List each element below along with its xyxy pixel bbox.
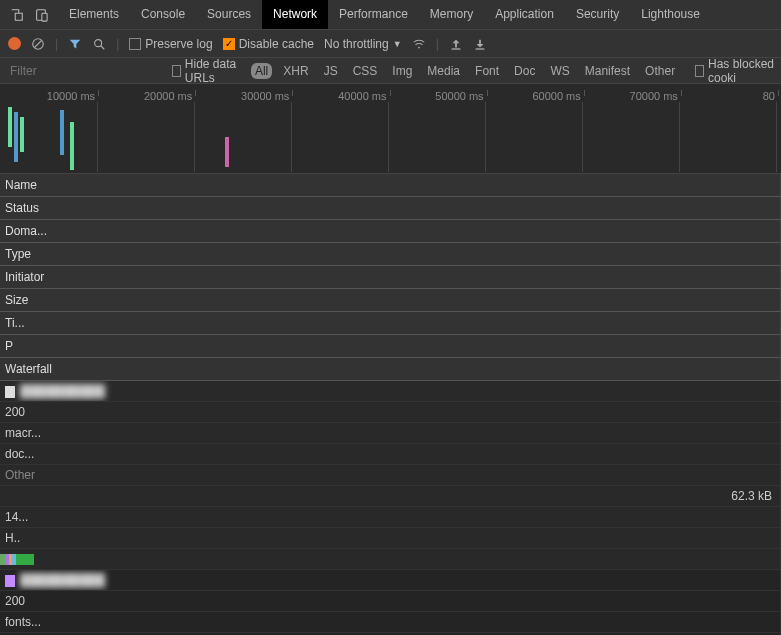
filter-type-doc[interactable]: Doc — [510, 63, 539, 79]
column-header[interactable]: Name — [0, 174, 781, 197]
cell-name: ██████████ — [0, 381, 781, 402]
throttling-label: No throttling — [324, 37, 389, 51]
disable-cache-checkbox[interactable]: ✓ Disable cache — [223, 37, 314, 51]
filter-type-img[interactable]: Img — [388, 63, 416, 79]
file-icon — [5, 575, 15, 587]
tab-memory[interactable]: Memory — [419, 0, 484, 29]
timeline-tick: 20000 ms — [99, 90, 196, 102]
tab-sources[interactable]: Sources — [196, 0, 262, 29]
column-header[interactable]: Status — [0, 197, 781, 220]
tab-performance[interactable]: Performance — [328, 0, 419, 29]
filter-types: AllXHRJSCSSImgMediaFontDocWSManifestOthe… — [251, 63, 679, 79]
cell-domain: macr... — [0, 423, 781, 444]
tab-lighthouse[interactable]: Lighthouse — [630, 0, 711, 29]
svg-rect-5 — [451, 48, 460, 49]
cell-initiator: Other — [0, 465, 781, 486]
cell-domain: fonts... — [0, 612, 781, 633]
hide-data-urls-label: Hide data URLs — [185, 57, 243, 85]
devtools-tabs: ElementsConsoleSourcesNetworkPerformance… — [0, 0, 781, 30]
timeline-tick: 40000 ms — [293, 90, 390, 102]
blocked-cookies-label: Has blocked cooki — [708, 57, 775, 85]
column-header[interactable]: P — [0, 335, 781, 358]
cell-name: ██████████ — [0, 570, 781, 591]
tab-security[interactable]: Security — [565, 0, 630, 29]
timeline-overview[interactable]: 10000 ms20000 ms30000 ms40000 ms50000 ms… — [0, 84, 781, 174]
preserve-log-checkbox[interactable]: Preserve log — [129, 37, 212, 51]
filter-type-media[interactable]: Media — [423, 63, 464, 79]
table-body[interactable]: ██████████200macr...doc...Other62.3 kB14… — [0, 381, 781, 635]
filter-type-all[interactable]: All — [251, 63, 272, 79]
cell-time: 14... — [0, 507, 781, 528]
cell-status: 200 — [0, 591, 781, 612]
timeline-tick: 50000 ms — [391, 90, 488, 102]
svg-point-3 — [95, 40, 102, 47]
timeline-tick: 60000 ms — [488, 90, 585, 102]
cell-priority: H.. — [0, 528, 781, 549]
column-header[interactable]: Size — [0, 289, 781, 312]
filter-type-js[interactable]: JS — [320, 63, 342, 79]
download-icon[interactable] — [473, 36, 487, 51]
cell-waterfall — [0, 549, 781, 570]
preserve-log-label: Preserve log — [145, 37, 212, 51]
cell-status: 200 — [0, 402, 781, 423]
wifi-icon[interactable] — [412, 36, 426, 51]
timeline-tick: 10000 ms — [2, 90, 99, 102]
filter-type-ws[interactable]: WS — [546, 63, 573, 79]
tab-application[interactable]: Application — [484, 0, 565, 29]
filter-input[interactable] — [6, 62, 164, 80]
tab-elements[interactable]: Elements — [58, 0, 130, 29]
filter-icon[interactable] — [68, 36, 82, 51]
file-icon — [5, 386, 15, 398]
column-header[interactable]: Waterfall — [0, 358, 781, 381]
network-table: NameStatusDoma...TypeInitiatorSizeTi...P… — [0, 174, 781, 635]
cell-type: doc... — [0, 444, 781, 465]
column-header[interactable]: Ti... — [0, 312, 781, 335]
svg-rect-6 — [475, 48, 484, 49]
tabs-container: ElementsConsoleSourcesNetworkPerformance… — [58, 0, 711, 29]
search-icon[interactable] — [92, 36, 106, 51]
device-icon[interactable] — [34, 7, 48, 22]
hide-data-urls-checkbox[interactable]: Hide data URLs — [172, 57, 243, 85]
upload-icon[interactable] — [449, 36, 463, 51]
network-toolbar: | | Preserve log ✓ Disable cache No thro… — [0, 30, 781, 58]
filter-bar: Hide data URLs AllXHRJSCSSImgMediaFontDo… — [0, 58, 781, 84]
clear-icon[interactable] — [31, 36, 45, 51]
blocked-cookies-checkbox[interactable]: Has blocked cooki — [695, 57, 775, 85]
chevron-down-icon: ▼ — [393, 39, 402, 49]
filter-type-font[interactable]: Font — [471, 63, 503, 79]
svg-point-4 — [418, 47, 420, 49]
svg-rect-1 — [42, 13, 47, 21]
inspect-icon[interactable] — [10, 7, 24, 22]
timeline-tick: 80 — [682, 90, 779, 102]
timeline-tick: 70000 ms — [585, 90, 682, 102]
column-header[interactable]: Doma... — [0, 220, 781, 243]
filter-type-other[interactable]: Other — [641, 63, 679, 79]
record-button[interactable] — [8, 37, 21, 50]
tab-network[interactable]: Network — [262, 0, 328, 29]
cell-size: 62.3 kB — [0, 486, 781, 507]
filter-type-manifest[interactable]: Manifest — [581, 63, 634, 79]
tab-console[interactable]: Console — [130, 0, 196, 29]
column-header[interactable]: Initiator — [0, 266, 781, 289]
filter-type-css[interactable]: CSS — [349, 63, 382, 79]
column-header[interactable]: Type — [0, 243, 781, 266]
filter-type-xhr[interactable]: XHR — [279, 63, 312, 79]
throttling-dropdown[interactable]: No throttling ▼ — [324, 37, 402, 51]
timeline-tick: 30000 ms — [196, 90, 293, 102]
disable-cache-label: Disable cache — [239, 37, 314, 51]
